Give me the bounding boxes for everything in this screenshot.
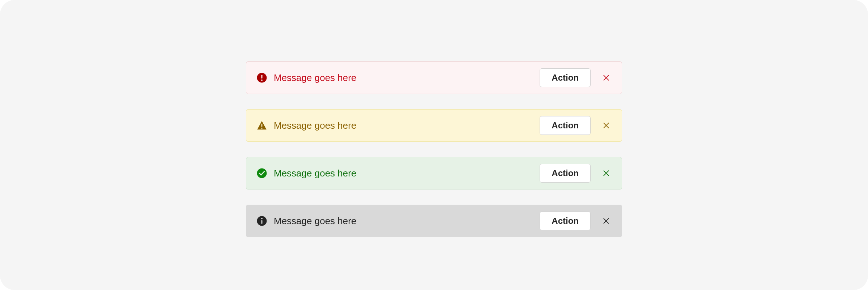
alert-close-button[interactable]	[601, 72, 612, 83]
alert-action-button[interactable]: Action	[540, 68, 591, 87]
error-circle-icon	[256, 72, 267, 83]
check-circle-icon	[256, 168, 267, 179]
alert-close-button[interactable]	[601, 216, 612, 226]
close-icon	[602, 121, 610, 129]
close-icon	[602, 169, 610, 177]
svg-rect-1	[261, 75, 263, 79]
alert-success: Message goes here Action	[246, 157, 622, 189]
svg-point-2	[261, 80, 263, 81]
alert-action-button[interactable]: Action	[540, 212, 591, 230]
alert-action-button[interactable]: Action	[540, 164, 591, 183]
close-icon	[602, 74, 610, 82]
close-icon	[602, 217, 610, 225]
alert-action-button[interactable]: Action	[540, 116, 591, 135]
alert-info: Message goes here Action	[246, 205, 622, 237]
example-frame: Message goes here Action Message goes he…	[0, 0, 868, 290]
alert-message: Message goes here	[274, 72, 540, 84]
svg-point-4	[261, 128, 262, 129]
svg-point-5	[257, 169, 267, 178]
alert-close-button[interactable]	[601, 168, 612, 179]
alert-close-button[interactable]	[601, 120, 612, 131]
alert-message: Message goes here	[274, 216, 540, 227]
svg-point-7	[261, 218, 263, 219]
alert-error: Message goes here Action	[246, 61, 622, 94]
alert-message: Message goes here	[274, 120, 540, 131]
info-circle-icon	[256, 216, 267, 226]
svg-rect-8	[261, 220, 263, 224]
alert-message: Message goes here	[274, 168, 540, 179]
svg-rect-3	[261, 124, 263, 127]
warning-triangle-icon	[256, 120, 267, 131]
alert-warning: Message goes here Action	[246, 109, 622, 142]
